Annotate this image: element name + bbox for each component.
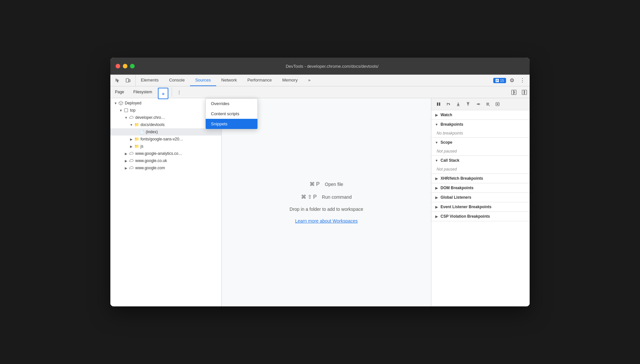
folder-icon-docs: 📁: [134, 122, 139, 127]
tab-console[interactable]: Console: [164, 75, 190, 86]
tree-item-analytics[interactable]: ▶ www.google-analytics.co…: [110, 150, 221, 157]
scope-header[interactable]: ▼ Scope: [431, 138, 530, 147]
p-key-run: P: [313, 194, 317, 200]
tree-item-docs[interactable]: ▼ 📁 docs/devtools: [110, 121, 221, 128]
file-icon-index: 📄: [139, 129, 144, 135]
sources-toolbar: Page Filesystem » ⋮: [110, 86, 530, 98]
csp-label: CSP Violation Breakpoints: [441, 214, 490, 219]
close-button[interactable]: [116, 64, 120, 68]
svg-rect-8: [437, 102, 438, 106]
arrow-fonts: ▶: [129, 136, 134, 142]
tree-item-top[interactable]: ▼ top: [110, 107, 221, 114]
csp-header[interactable]: ▶ CSP Violation Breakpoints: [431, 212, 530, 221]
tab-performance[interactable]: Performance: [242, 75, 277, 86]
dropdown-item-content-scripts[interactable]: Content scripts: [206, 109, 257, 119]
debugger-panel: ▶ Watch ▼ Breakpoints No breakpoints ▼ S…: [431, 98, 530, 306]
settings-icon[interactable]: ⚙: [507, 76, 517, 85]
svg-rect-3: [512, 90, 514, 95]
notification-badge[interactable]: 15: [493, 78, 506, 83]
dropdown-item-snippets[interactable]: Snippets: [206, 119, 257, 129]
separator: [172, 88, 172, 97]
titlebar: DevTools - developer.chrome.com/docs/dev…: [110, 58, 530, 75]
tree-item-google-com[interactable]: ▶ www.google.com: [110, 164, 221, 172]
step-over-button[interactable]: [444, 100, 453, 109]
step-out-button[interactable]: [463, 100, 473, 109]
arrow-analytics: ▶: [123, 151, 129, 156]
label-developer: developer.chro…: [135, 115, 165, 120]
tab-elements[interactable]: Elements: [136, 75, 164, 86]
scope-content: Not paused: [431, 147, 530, 155]
sources-tab-page[interactable]: Page: [110, 86, 129, 98]
more-options-icon[interactable]: ⋮: [518, 76, 527, 85]
breakpoints-arrow: ▼: [434, 122, 439, 127]
workspace-learn-link[interactable]: Learn more about Workspaces: [295, 218, 358, 224]
arrow-js: ▶: [129, 144, 134, 149]
tree-item-fonts[interactable]: ▶ 📁 fonts/google-sans-v20…: [110, 136, 221, 143]
label-analytics: www.google-analytics.co…: [135, 151, 182, 156]
toolbar-right: 15 ⚙ ⋮: [491, 75, 530, 86]
watch-header[interactable]: ▶ Watch: [431, 110, 530, 119]
dropdown-item-overrides[interactable]: Overrides: [206, 99, 257, 109]
tree-item-deployed[interactable]: ▼ Deployed: [110, 100, 221, 107]
window-title: DevTools - developer.chrome.com/docs/dev…: [140, 64, 524, 69]
tab-memory[interactable]: Memory: [277, 75, 303, 86]
watch-label: Watch: [441, 113, 452, 117]
label-docs: docs/devtools: [141, 122, 164, 127]
tree-item-js[interactable]: ▶ 📁 js: [110, 143, 221, 150]
maximize-button[interactable]: [130, 64, 135, 68]
xhr-label: XHR/fetch Breakpoints: [441, 176, 483, 181]
shortcut-open-keys: ⌘ P: [310, 181, 320, 187]
minimize-button[interactable]: [123, 64, 127, 68]
callstack-arrow: ▼: [434, 158, 439, 163]
more-options-sources-icon[interactable]: ⋮: [175, 88, 184, 97]
label-fonts: fonts/google-sans-v20…: [141, 137, 183, 141]
svg-line-14: [488, 105, 490, 106]
label-google-com: www.google.com: [135, 166, 165, 170]
toggle-debugger-icon[interactable]: [520, 88, 529, 97]
toggle-navigator-icon[interactable]: [509, 88, 518, 97]
tree-item-google-uk[interactable]: ▶ www.google.co.uk: [110, 157, 221, 164]
top-toolbar: Elements Console Sources Network Perform…: [110, 75, 530, 86]
devtools-window: DevTools - developer.chrome.com/docs/dev…: [110, 58, 530, 306]
step-button[interactable]: [473, 100, 482, 109]
tree-item-developer[interactable]: ▼ developer.chro…: [110, 114, 221, 121]
sources-tab-filesystem[interactable]: Filesystem: [129, 86, 157, 98]
event-listener-bp-header[interactable]: ▶ Event Listener Breakpoints: [431, 202, 530, 211]
watch-arrow: ▶: [434, 112, 439, 118]
label-index: (index): [146, 130, 158, 134]
arrow-top: ▼: [118, 108, 123, 113]
open-file-label: Open file: [325, 182, 343, 187]
sources-tabs: Page Filesystem »: [110, 86, 170, 98]
dom-breakpoints-header[interactable]: ▶ DOM Breakpoints: [431, 183, 530, 192]
csp-section: ▶ CSP Violation Breakpoints: [431, 212, 530, 221]
breakpoints-header[interactable]: ▼ Breakpoints: [431, 120, 530, 129]
global-listeners-header[interactable]: ▶ Global Listeners: [431, 193, 530, 202]
svg-rect-0: [126, 79, 129, 82]
xhr-header[interactable]: ▶ XHR/fetch Breakpoints: [431, 174, 530, 183]
editor-area: ⌘ P Open file ⌘ ⇧ P Run command Drop in …: [222, 98, 431, 306]
deactivate-breakpoints-button[interactable]: [483, 100, 492, 109]
traffic-lights: [116, 64, 135, 68]
devtools-body: Elements Console Sources Network Perform…: [110, 75, 530, 306]
step-into-button[interactable]: [454, 100, 463, 109]
watch-section: ▶ Watch: [431, 110, 530, 120]
tab-more[interactable]: »: [303, 75, 316, 86]
svg-rect-7: [124, 109, 128, 112]
tab-network[interactable]: Network: [216, 75, 242, 86]
svg-rect-9: [439, 102, 440, 106]
device-toggle-icon[interactable]: [123, 76, 133, 85]
more-sources-tabs-button[interactable]: »: [158, 88, 168, 99]
arrow-deployed: ▼: [113, 100, 118, 106]
inspect-icon[interactable]: [113, 76, 122, 85]
arrow-developer: ▼: [123, 115, 129, 120]
cloud-icon-developer: [129, 115, 134, 120]
arrow-google-com: ▶: [123, 165, 129, 171]
main-tabs: Elements Console Sources Network Perform…: [136, 75, 491, 86]
arrow-index: [134, 129, 139, 135]
tree-item-index[interactable]: 📄 (index): [110, 128, 221, 136]
tab-sources[interactable]: Sources: [190, 75, 216, 86]
pause-button[interactable]: [434, 100, 443, 109]
pause-on-exceptions-button[interactable]: [493, 100, 502, 109]
dropdown-menu: Overrides Content scripts Snippets: [205, 98, 258, 129]
callstack-header[interactable]: ▼ Call Stack: [431, 156, 530, 165]
